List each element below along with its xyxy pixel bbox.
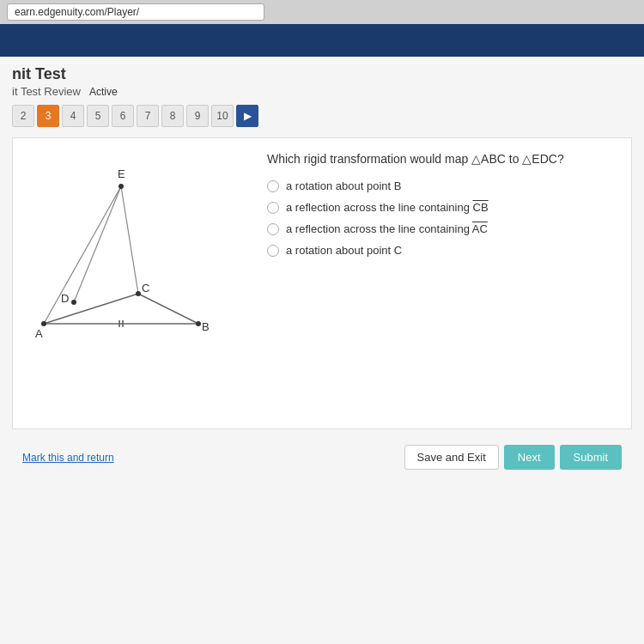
radio-2[interactable] (267, 202, 279, 214)
answer-option-2[interactable]: a reflection across the line containing … (267, 201, 617, 214)
page-btn-3[interactable]: 3 (37, 105, 59, 127)
geometry-diagram: E A B C D (27, 152, 233, 392)
bottom-buttons: Save and Exit Next Submit (404, 445, 622, 470)
content-wrapper: nit Test it Test Review Active 2 3 4 5 6… (0, 57, 644, 644)
radio-1[interactable] (267, 180, 279, 192)
bottom-bar: Mark this and return Save and Exit Next … (12, 436, 632, 478)
answer-option-1[interactable]: a rotation about point B (267, 179, 617, 192)
answer-options: a rotation about point B a reflection ac… (267, 179, 617, 257)
option-4-text: a rotation about point C (286, 244, 402, 257)
active-badge: Active (89, 86, 118, 98)
option-2-text: a reflection across the line containing … (286, 201, 489, 214)
page-btn-8[interactable]: 8 (161, 105, 184, 127)
top-nav (0, 24, 644, 57)
question-text-area: Which rigid transformation would map △AB… (267, 152, 617, 415)
answer-option-4[interactable]: a rotation about point C (267, 244, 617, 257)
svg-text:D: D (61, 292, 69, 305)
subtitle-text: it Test Review (12, 85, 81, 98)
save-exit-button[interactable]: Save and Exit (404, 445, 499, 470)
option-3-overline: AC (472, 222, 488, 235)
svg-text:A: A (35, 327, 43, 340)
diagram-area: E A B C D (27, 152, 250, 415)
svg-point-8 (41, 321, 46, 326)
option-2-overline: CB (473, 201, 489, 214)
page-btn-7[interactable]: 7 (137, 105, 159, 127)
page-btn-10[interactable]: 10 (211, 105, 234, 127)
svg-text:B: B (202, 320, 210, 333)
page-btn-6[interactable]: 6 (112, 105, 134, 127)
option-1-text: a rotation about point B (286, 179, 401, 192)
page-btn-4[interactable]: 4 (62, 105, 84, 127)
svg-text:E: E (118, 167, 125, 180)
submit-button[interactable]: Submit (560, 445, 622, 470)
page-next-nav[interactable]: ▶ (236, 105, 258, 127)
answer-option-3[interactable]: a reflection across the line containing … (267, 222, 617, 235)
svg-line-2 (138, 294, 198, 324)
svg-line-4 (121, 186, 138, 294)
browser-chrome: earn.edgenuity.com/Player/ (0, 0, 644, 24)
radio-3[interactable] (267, 223, 279, 235)
mark-return-link[interactable]: Mark this and return (22, 452, 114, 464)
svg-point-10 (136, 291, 141, 296)
question-area: E A B C D Which rigid transformation wou… (12, 137, 632, 429)
svg-point-9 (196, 321, 201, 326)
next-button[interactable]: Next (504, 445, 555, 470)
radio-4[interactable] (267, 245, 279, 257)
svg-point-12 (118, 184, 124, 189)
question-prompt: Which rigid transformation would map △AB… (267, 152, 617, 166)
option-3-text: a reflection across the line containing … (286, 222, 488, 235)
pagination-row: 2 3 4 5 6 7 8 9 10 ▶ (12, 105, 632, 127)
page-btn-5[interactable]: 5 (87, 105, 109, 127)
page-title: nit Test (12, 65, 632, 83)
svg-line-3 (74, 186, 121, 302)
address-bar[interactable]: earn.edgenuity.com/Player/ (7, 3, 264, 21)
page-btn-9[interactable]: 9 (186, 105, 209, 127)
svg-text:C: C (142, 282, 149, 295)
page-btn-2[interactable]: 2 (12, 105, 34, 127)
svg-point-11 (71, 300, 76, 305)
subtitle-row: it Test Review Active (12, 85, 632, 98)
